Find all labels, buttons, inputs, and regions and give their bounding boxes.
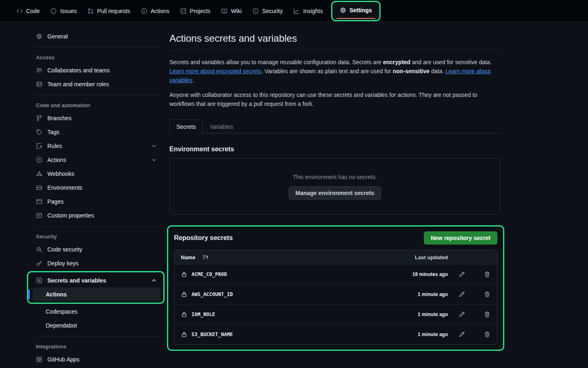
intro-bold-non-sensitive: non-sensitive bbox=[393, 68, 430, 74]
tab-security-label: Security bbox=[262, 8, 283, 14]
sidebar-item-label: Pages bbox=[47, 198, 64, 205]
tab-wiki[interactable]: Wiki bbox=[217, 5, 245, 17]
edit-secret-button[interactable] bbox=[459, 291, 465, 298]
sidebar-section-security: Security bbox=[33, 230, 160, 242]
sidebar-item-code-security[interactable]: Code security bbox=[33, 242, 160, 256]
new-repository-secret-button[interactable]: New repository secret bbox=[424, 231, 497, 245]
sidebar-item-email-notifications[interactable]: Email notifications bbox=[33, 366, 160, 368]
delete-secret-button[interactable] bbox=[484, 331, 490, 338]
lock-icon bbox=[181, 331, 187, 338]
sidebar-item-actions[interactable]: Actions bbox=[33, 153, 160, 167]
intro-segment: . bbox=[192, 77, 194, 83]
secret-name: IAM_ROLE bbox=[192, 312, 215, 317]
chevron-down-icon bbox=[151, 157, 157, 163]
pencil-icon bbox=[459, 291, 465, 298]
delete-secret-button[interactable] bbox=[484, 271, 490, 278]
sidebar-item-rules[interactable]: Rules bbox=[33, 139, 160, 153]
tab-code[interactable]: Code bbox=[12, 5, 44, 17]
sidebar-section-access: Access bbox=[33, 51, 160, 63]
tab-pull-requests[interactable]: Pull requests bbox=[83, 5, 134, 17]
settings-sidebar: General Access Collaborators and teams T… bbox=[33, 29, 160, 368]
delete-secret-button[interactable] bbox=[484, 311, 490, 318]
intro-text: Secrets and variables allow you to manag… bbox=[169, 58, 500, 108]
sidebar-item-environments[interactable]: Environments bbox=[33, 181, 160, 195]
tab-pull-requests-label: Pull requests bbox=[97, 8, 130, 14]
sidebar-divider bbox=[34, 226, 160, 227]
tab-wiki-label: Wiki bbox=[231, 8, 241, 14]
sidebar-item-collaborators[interactable]: Collaborators and teams bbox=[33, 63, 160, 77]
page-title: Actions secrets and variables bbox=[169, 29, 500, 50]
play-icon bbox=[141, 8, 147, 14]
sidebar-item-deploy-keys[interactable]: Deploy keys bbox=[33, 256, 160, 270]
tab-insights[interactable]: Insights bbox=[289, 5, 327, 17]
tab-secrets[interactable]: Secrets bbox=[169, 119, 203, 134]
chevron-up-icon bbox=[151, 277, 157, 284]
trash-icon bbox=[484, 311, 490, 318]
secret-last-updated: 19 minutes ago bbox=[383, 272, 448, 277]
edit-secret-button[interactable] bbox=[459, 331, 465, 338]
pull-request-icon bbox=[87, 8, 94, 14]
sidebar-item-label: General bbox=[47, 33, 68, 40]
sidebar-section-code-automation: Code and automation bbox=[33, 99, 160, 111]
intro-segment: . Variables are shown as plain text and … bbox=[261, 68, 393, 74]
sidebar-item-branches[interactable]: Branches bbox=[33, 111, 160, 125]
column-header-name: Name bbox=[181, 254, 195, 260]
sidebar-item-label: Deploy keys bbox=[47, 260, 78, 267]
repository-secrets-heading: Repository secrets bbox=[174, 234, 233, 242]
sidebar-item-label: Rules bbox=[47, 143, 62, 149]
intro-segment: Secrets and variables allow you to manag… bbox=[169, 59, 383, 65]
sidebar-item-tags[interactable]: Tags bbox=[33, 125, 160, 139]
tab-issues-label: Issues bbox=[60, 8, 76, 14]
repository-secrets-table: Name Last updated ACME_CO_PROD 19 minute… bbox=[174, 250, 497, 345]
git-branch-icon bbox=[36, 115, 42, 121]
sidebar-item-label: Webhooks bbox=[47, 171, 74, 177]
intro-paragraph-2: Anyone with collaborator access to this … bbox=[169, 90, 500, 108]
sidebar-item-team-member-roles[interactable]: Team and member roles bbox=[33, 77, 160, 91]
tab-issues[interactable]: Issues bbox=[46, 5, 80, 17]
sidebar-item-label: Team and member roles bbox=[47, 81, 109, 88]
people-icon bbox=[36, 67, 42, 74]
gear-icon bbox=[36, 33, 42, 40]
codescan-icon bbox=[36, 246, 42, 253]
tab-projects-label: Projects bbox=[190, 8, 211, 14]
pencil-icon bbox=[459, 311, 465, 318]
tab-variables[interactable]: Variables bbox=[203, 119, 240, 134]
tab-settings[interactable]: Settings bbox=[336, 4, 376, 16]
sidebar-subitem-dependabot[interactable]: Dependabot bbox=[33, 319, 160, 332]
delete-secret-button[interactable] bbox=[484, 291, 490, 298]
sidebar-item-custom-properties[interactable]: Custom properties bbox=[33, 209, 160, 222]
table-icon bbox=[180, 8, 187, 14]
repository-secrets-header: Repository secrets New repository secret bbox=[174, 231, 497, 245]
sidebar-section-integrations: Integrations bbox=[33, 340, 160, 352]
annotation-box-repository-secrets: Repository secrets New repository secret… bbox=[167, 225, 504, 351]
book-icon bbox=[221, 8, 227, 14]
sidebar-item-general[interactable]: General bbox=[33, 29, 160, 43]
secret-name: S3_BUCKET_NAME bbox=[192, 332, 233, 337]
tab-security[interactable]: Security bbox=[248, 5, 287, 17]
sidebar-divider bbox=[34, 47, 160, 47]
secret-last-updated: 1 minute ago bbox=[383, 312, 448, 317]
sidebar-subitem-codespaces[interactable]: Codespaces bbox=[33, 305, 160, 319]
tab-projects[interactable]: Projects bbox=[176, 5, 215, 17]
chevron-down-icon bbox=[151, 143, 157, 149]
edit-secret-button[interactable] bbox=[459, 271, 465, 278]
table-row: S3_BUCKET_NAME 1 minute ago bbox=[174, 324, 497, 344]
sidebar-item-pages[interactable]: Pages bbox=[33, 195, 160, 209]
tab-actions[interactable]: Actions bbox=[137, 5, 174, 17]
sidebar-subitem-actions[interactable]: Actions bbox=[33, 287, 160, 301]
sidebar-item-secrets-and-variables[interactable]: Secrets and variables bbox=[33, 274, 160, 287]
sidebar-item-label: Tags bbox=[47, 129, 60, 135]
code-icon bbox=[16, 8, 23, 14]
server-icon bbox=[36, 184, 42, 191]
apps-icon bbox=[36, 356, 42, 363]
key-asterisk-icon bbox=[36, 277, 42, 284]
sidebar-item-webhooks[interactable]: Webhooks bbox=[33, 167, 160, 181]
edit-secret-button[interactable] bbox=[459, 311, 465, 318]
link-encrypted-secrets[interactable]: Learn more about encrypted secrets bbox=[169, 68, 261, 74]
webhook-icon bbox=[36, 171, 42, 177]
sidebar-item-github-apps[interactable]: GitHub Apps bbox=[33, 352, 160, 366]
sort-ascending-icon[interactable] bbox=[203, 254, 209, 260]
manage-environment-secrets-button[interactable]: Manage environment secrets bbox=[289, 186, 381, 200]
environment-empty-text: This environment has no secrets. bbox=[293, 174, 377, 180]
rules-icon bbox=[36, 143, 42, 149]
